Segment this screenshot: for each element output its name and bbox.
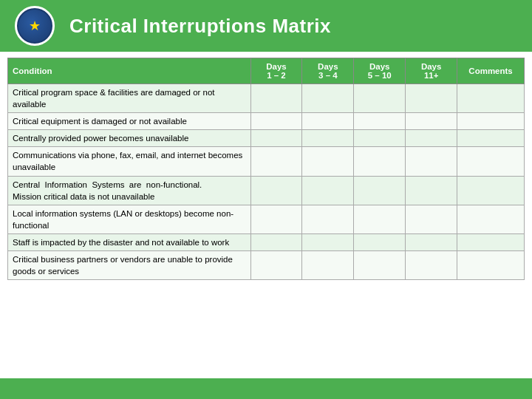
data-cell: [406, 113, 457, 130]
logo-inner: ★: [18, 10, 51, 42]
data-cell: [250, 147, 302, 176]
col-header-days3-4: Days3 – 4: [302, 58, 354, 84]
data-cell: [302, 233, 354, 250]
data-cell: [354, 84, 406, 113]
condition-cell: Critical equipment is damaged or not ava…: [8, 113, 251, 130]
table-row: Centrally provided power becomes unavail…: [8, 130, 525, 147]
condition-cell: Critical program space & facilities are …: [8, 84, 251, 113]
matrix-table: Condition Days1 – 2 Days3 – 4 Days5 – 10…: [7, 58, 525, 280]
data-cell: [302, 130, 354, 147]
data-cell: [406, 84, 457, 113]
data-cell: [354, 147, 406, 176]
comments-cell: [457, 251, 525, 280]
table-row: Critical business partners or vendors ar…: [8, 251, 525, 280]
condition-cell: Centrally provided power becomes unavail…: [8, 130, 251, 147]
data-cell: [302, 113, 354, 130]
data-cell: [302, 147, 354, 176]
condition-cell: Critical business partners or vendors ar…: [8, 251, 251, 280]
comments-cell: [457, 205, 525, 233]
condition-cell: Staff is impacted by the disaster and no…: [8, 233, 251, 250]
condition-cell: Communications via phone, fax, email, an…: [8, 147, 251, 176]
comments-cell: [457, 147, 525, 176]
data-cell: [406, 130, 457, 147]
header: ★ Critical Interruptions Matrix: [0, 0, 532, 52]
col-header-days1-2: Days1 – 2: [250, 58, 302, 84]
data-cell: [354, 130, 406, 147]
comments-cell: [457, 84, 525, 113]
condition-cell: Local information systems (LAN or deskto…: [8, 205, 251, 233]
data-cell: [406, 251, 457, 280]
comments-cell: [457, 176, 525, 205]
data-cell: [250, 233, 302, 250]
comments-cell: [457, 130, 525, 147]
page-title: Critical Interruptions Matrix: [69, 15, 331, 38]
col-header-condition: Condition: [8, 58, 251, 84]
comments-cell: [457, 233, 525, 250]
table-row: Staff is impacted by the disaster and no…: [8, 233, 525, 250]
data-cell: [250, 113, 302, 130]
data-cell: [250, 84, 302, 113]
footer-bar: [0, 378, 532, 399]
data-cell: [354, 176, 406, 205]
data-cell: [406, 176, 457, 205]
table-row: Critical program space & facilities are …: [8, 84, 525, 113]
data-cell: [354, 251, 406, 280]
data-cell: [250, 205, 302, 233]
data-cell: [354, 205, 406, 233]
data-cell: [250, 176, 302, 205]
col-header-comments: Comments: [457, 58, 525, 84]
data-cell: [302, 176, 354, 205]
logo-star: ★: [29, 19, 41, 33]
table-container: Condition Days1 – 2 Days3 – 4 Days5 – 10…: [0, 52, 532, 374]
data-cell: [302, 205, 354, 233]
table-row: Central Information Systems are non-func…: [8, 176, 525, 205]
table-row: Local information systems (LAN or deskto…: [8, 205, 525, 233]
data-cell: [302, 251, 354, 280]
data-cell: [406, 233, 457, 250]
data-cell: [406, 147, 457, 176]
data-cell: [354, 113, 406, 130]
data-cell: [406, 205, 457, 233]
col-header-days11plus: Days11+: [406, 58, 457, 84]
page-wrapper: ★ Critical Interruptions Matrix Conditio…: [0, 0, 532, 399]
data-cell: [354, 233, 406, 250]
table-header-row: Condition Days1 – 2 Days3 – 4 Days5 – 10…: [8, 58, 525, 84]
data-cell: [302, 84, 354, 113]
col-header-days5-10: Days5 – 10: [354, 58, 406, 84]
table-row: Critical equipment is damaged or not ava…: [8, 113, 525, 130]
logo: ★: [15, 6, 55, 46]
comments-cell: [457, 113, 525, 130]
table-row: Communications via phone, fax, email, an…: [8, 147, 525, 176]
data-cell: [250, 130, 302, 147]
condition-cell: Central Information Systems are non-func…: [8, 176, 251, 205]
data-cell: [250, 251, 302, 280]
